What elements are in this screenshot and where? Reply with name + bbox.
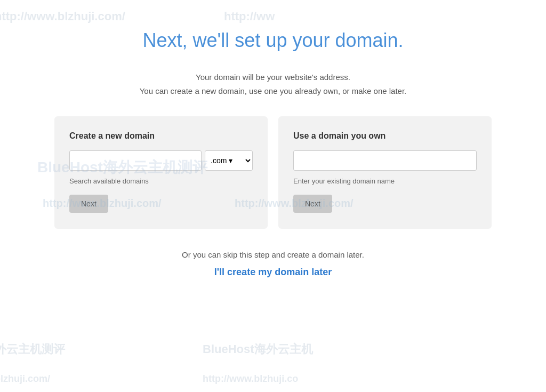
new-domain-input-row: .com ▾ .net .org .info .co [69,150,253,171]
cards-container: Create a new domain .com ▾ .net .org .in… [54,116,492,229]
new-domain-next-button[interactable]: Next [69,195,108,213]
watermark-url-bottom-left: blzhuji.com/ [0,373,50,385]
new-domain-input[interactable] [69,150,202,171]
existing-domain-input[interactable] [293,150,477,171]
subtitle-line1: Your domain will be your website's addre… [140,70,407,84]
watermark-bottom-right: BlueHost海外云主机 [203,341,313,357]
watermark-bottom-left: 外云主机测评 [0,341,65,357]
use-existing-domain-card: Use a domain you own Enter your existing… [278,116,492,229]
page-container: Next, we'll set up your domain. Your dom… [0,0,546,278]
skip-text: Or you can skip this step and create a d… [182,250,364,259]
tld-select[interactable]: .com ▾ .net .org .info .co [205,150,253,171]
create-new-domain-title: Create a new domain [69,131,253,141]
create-later-link[interactable]: I'll create my domain later [214,267,332,278]
page-title: Next, we'll set up your domain. [142,29,403,52]
watermark-url-bottom-right: http://www.blzhuji.co [203,373,298,385]
use-existing-domain-title: Use a domain you own [293,131,477,141]
subtitle-block: Your domain will be your website's addre… [140,70,407,98]
subtitle-line2: You can create a new domain, use one you… [140,84,407,98]
existing-domain-hint: Enter your existing domain name [293,177,477,185]
existing-domain-input-row [293,150,477,171]
existing-domain-next-button[interactable]: Next [293,195,332,213]
create-new-domain-card: Create a new domain .com ▾ .net .org .in… [54,116,268,229]
new-domain-hint: Search available domains [69,177,253,185]
